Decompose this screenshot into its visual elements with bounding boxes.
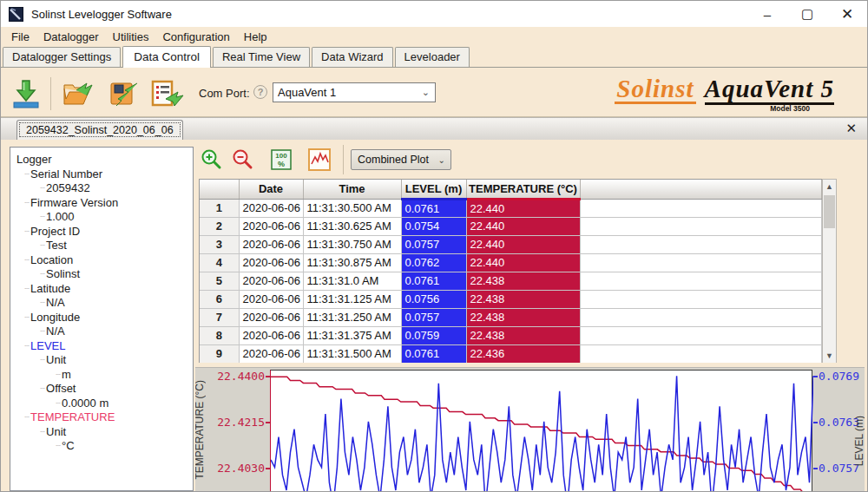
table-cell[interactable]: 22.440 [466, 199, 580, 217]
plot-type-select[interactable]: Combined Plot ⌄ [351, 149, 451, 170]
maximize-button[interactable]: ▢ [787, 1, 827, 27]
table-cell[interactable]: 0.0761 [401, 199, 466, 217]
table-cell[interactable]: 1 [200, 199, 239, 217]
tree-item[interactable]: ┄Unit [12, 353, 193, 368]
table-cell[interactable]: 11:31:31.125 AM [303, 290, 401, 308]
table-cell[interactable]: 2020-06-06 [239, 272, 303, 290]
table-row[interactable]: 12020-06-0611:31:30.500 AM0.076122.440 [200, 199, 822, 217]
table-cell[interactable]: 0.0762 [401, 253, 466, 272]
header-temperature[interactable]: TEMPERATURE (°C) [466, 180, 580, 199]
table-cell[interactable]: 2020-06-06 [239, 326, 303, 344]
table-cell[interactable]: 11:31:30.500 AM [303, 199, 401, 217]
table-cell[interactable]: 5 [200, 272, 239, 290]
tree-item[interactable]: ┄Test [12, 239, 193, 253]
tree-item[interactable]: ┄TEMPERATURE [12, 410, 193, 425]
table-row[interactable]: 92020-06-0611:31:31.500 AM0.076122.436 [200, 344, 822, 363]
save-file-button[interactable] [105, 75, 141, 112]
tree-item[interactable]: ┄°C [12, 439, 193, 454]
table-cell[interactable]: 0.0757 [401, 308, 466, 326]
minimize-button[interactable]: – [747, 1, 787, 27]
tree-item[interactable]: Logger [12, 153, 193, 167]
header-level[interactable]: LEVEL (m) [401, 180, 466, 199]
tree-item[interactable]: ┄Solinst [12, 267, 193, 282]
table-cell[interactable]: 0.0756 [401, 290, 466, 308]
table-cell[interactable]: 0.0759 [401, 326, 466, 344]
table-cell[interactable]: 22.440 [466, 217, 580, 235]
tree-item[interactable]: ┄Offset [12, 382, 193, 397]
table-cell[interactable]: 0.0761 [401, 344, 466, 363]
table-cell[interactable]: 6 [200, 290, 239, 308]
tree-item[interactable]: ┄0.0000 m [12, 397, 193, 411]
table-row[interactable]: 22020-06-0611:31:30.625 AM0.075422.440 [200, 217, 822, 235]
table-row[interactable]: 42020-06-0611:31:30.875 AM0.076222.440 [200, 253, 822, 272]
tree-item[interactable]: ┄Unit [12, 425, 193, 440]
table-row[interactable]: 52020-06-0611:31:31.0 AM0.076122.438 [200, 272, 822, 290]
tab-datalogger-settings[interactable]: Datalogger Settings [3, 47, 121, 67]
tree-item[interactable]: ┄Longitude [12, 311, 193, 325]
table-cell[interactable]: 2020-06-06 [239, 235, 303, 253]
menu-file[interactable]: File [4, 29, 36, 45]
com-port-select[interactable]: AquaVent 1 ⌄ [273, 82, 436, 102]
tree-item[interactable]: ┄2059432 [12, 181, 193, 196]
table-cell[interactable]: 2020-06-06 [239, 308, 303, 326]
close-button[interactable]: ✕ [827, 1, 867, 27]
plot-area[interactable] [270, 370, 812, 491]
header-rownum[interactable] [200, 180, 239, 199]
table-cell[interactable]: 22.440 [466, 253, 580, 272]
tree-item[interactable]: ┄Location [12, 253, 193, 268]
scrollbar-thumb[interactable] [824, 195, 835, 228]
tree-item[interactable]: ┄Latitude [12, 282, 193, 297]
tree-item[interactable]: ┄Firmware Version [12, 196, 193, 211]
header-date[interactable]: Date [239, 180, 303, 199]
table-row[interactable]: 72020-06-0611:31:31.250 AM0.075722.438 [200, 308, 822, 326]
table-cell[interactable]: 3 [200, 235, 239, 253]
plot-view-button[interactable] [306, 147, 332, 173]
table-cell[interactable]: 2020-06-06 [239, 199, 303, 217]
open-file-button[interactable] [60, 75, 96, 112]
table-cell[interactable]: 0.0754 [401, 217, 466, 235]
table-cell[interactable]: 2020-06-06 [239, 253, 303, 272]
tab-real-time-view[interactable]: Real Time View [213, 47, 310, 67]
table-cell[interactable]: 11:31:30.750 AM [303, 235, 401, 253]
table-cell[interactable]: 2020-06-06 [239, 344, 303, 363]
tab-data-wizard[interactable]: Data Wizard [312, 47, 393, 67]
table-cell[interactable]: 11:31:30.625 AM [303, 217, 401, 235]
table-cell[interactable]: 2020-06-06 [239, 290, 303, 308]
tree-item[interactable]: ┄LEVEL [12, 339, 193, 354]
table-cell[interactable]: 22.438 [466, 272, 580, 290]
zoom-in-button[interactable] [199, 147, 225, 173]
table-cell[interactable]: 22.438 [466, 308, 580, 326]
table-cell[interactable]: 22.440 [466, 235, 580, 253]
table-cell[interactable]: 2 [200, 217, 239, 235]
tree-item[interactable]: ┄N/A [12, 296, 193, 311]
table-cell[interactable]: 22.438 [466, 290, 580, 308]
table-row[interactable]: 62020-06-0611:31:31.125 AM0.075622.438 [200, 290, 822, 308]
table-cell[interactable]: 4 [200, 253, 239, 272]
table-cell[interactable]: 11:31:31.375 AM [303, 326, 401, 344]
zoom-out-button[interactable] [230, 147, 256, 173]
zoom-100-button[interactable]: 100 % [268, 147, 294, 173]
download-data-button[interactable] [8, 75, 44, 112]
table-row[interactable]: 32020-06-0611:31:30.750 AM0.075722.440 [200, 235, 822, 253]
table-cell[interactable]: 11:31:30.875 AM [303, 253, 401, 272]
header-time[interactable]: Time [303, 180, 401, 199]
table-cell[interactable]: 7 [200, 308, 239, 326]
tree-item[interactable]: ┄N/A [12, 325, 193, 339]
table-cell[interactable]: 11:31:31.250 AM [303, 308, 401, 326]
table-cell[interactable]: 0.0761 [401, 272, 466, 290]
tree-item[interactable]: ┄m [12, 368, 193, 383]
document-tab[interactable]: 2059432_Solinst_2020_06_06 [16, 120, 183, 140]
tree-item[interactable]: ┄Project ID [12, 225, 193, 239]
table-cell[interactable]: 0.0757 [401, 235, 466, 253]
help-icon[interactable]: ? [253, 85, 267, 99]
menu-help[interactable]: Help [237, 29, 274, 45]
export-settings-button[interactable] [148, 75, 185, 112]
tree-item[interactable]: ┄1.000 [12, 210, 193, 225]
menu-utilities[interactable]: Utilities [106, 29, 156, 45]
tree-item[interactable]: ┄Serial Number [12, 167, 193, 182]
table-cell[interactable]: 22.436 [466, 344, 580, 363]
menu-configuration[interactable]: Configuration [155, 29, 236, 45]
table-cell[interactable]: 22.438 [466, 326, 580, 344]
menu-datalogger[interactable]: Datalogger [36, 29, 106, 45]
table-cell[interactable]: 8 [200, 326, 239, 344]
